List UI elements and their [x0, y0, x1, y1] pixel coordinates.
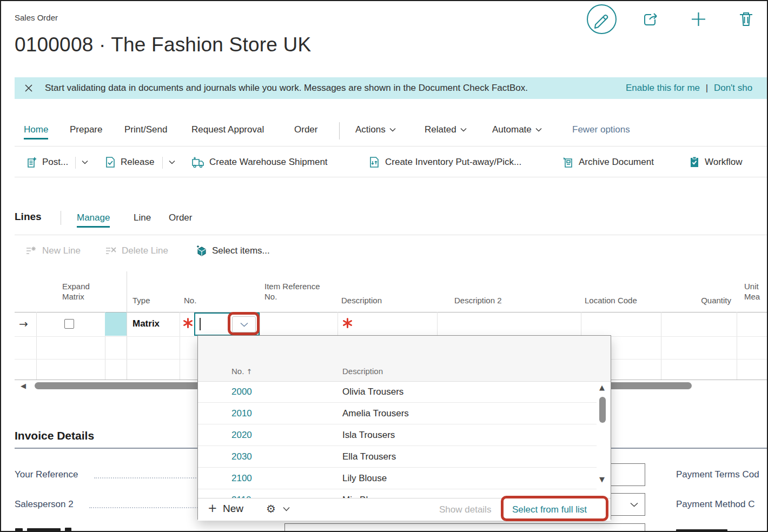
chevron-down-icon	[460, 128, 467, 132]
column-header-quantity[interactable]: Quantity	[672, 295, 731, 305]
clipped-label-fragment	[15, 528, 23, 532]
required-asterisk-icon	[183, 318, 193, 328]
fewer-options-button[interactable]: Fewer options	[572, 124, 630, 135]
column-header-no[interactable]: No.	[184, 295, 196, 305]
plus-icon: +	[208, 502, 217, 515]
inventory-pick-icon	[369, 156, 380, 168]
column-header-unit-of-measure[interactable]: Unit Mea	[744, 281, 767, 302]
gear-icon[interactable]: ⚙	[266, 502, 276, 515]
required-asterisk-icon	[342, 318, 353, 328]
notification-link-divider: |	[706, 83, 708, 93]
notification-enable-link[interactable]: Enable this for me	[626, 83, 700, 93]
archive-icon	[562, 156, 574, 168]
column-header-description-2[interactable]: Description 2	[454, 295, 502, 305]
column-header-expand-matrix[interactable]: Expand Matrix	[62, 281, 101, 302]
lookup-column-no[interactable]: No. ↑	[231, 367, 252, 376]
release-split-chevron[interactable]	[169, 160, 175, 164]
tab-divider	[339, 122, 340, 139]
tab-request-approval[interactable]: Request Approval	[191, 124, 264, 135]
sales-order-page: Sales Order 0100008 · The Fashion Store …	[0, 0, 768, 532]
lines-tab-order[interactable]: Order	[169, 212, 192, 223]
menu-automate[interactable]: Automate	[492, 124, 542, 135]
notification-close-icon[interactable]	[24, 84, 33, 92]
chevron-down-icon	[630, 502, 638, 507]
grid-line	[180, 312, 180, 380]
divider	[15, 177, 767, 177]
post-split-chevron[interactable]	[82, 160, 88, 164]
field-label-payment-method-code: Payment Method C	[676, 499, 755, 510]
lines-tab-line[interactable]: Line	[134, 212, 151, 223]
scroll-left-icon[interactable]: ◀	[21, 382, 26, 390]
tab-home[interactable]: Home	[24, 124, 48, 139]
tab-prepare[interactable]: Prepare	[70, 124, 102, 135]
grid-line	[737, 312, 737, 380]
page-title: 0100008 · The Fashion Store UK	[15, 34, 311, 56]
divider	[15, 235, 767, 235]
text-cursor	[200, 318, 201, 330]
sort-ascending-icon: ↑	[247, 368, 253, 376]
grid-header-border	[15, 312, 767, 312]
divider	[162, 157, 163, 169]
expand-matrix-checkbox[interactable]	[64, 319, 74, 329]
new-button[interactable]	[690, 11, 707, 28]
field-label-your-reference: Your Reference	[15, 469, 78, 480]
annotation-highlight-select-from-full-list	[501, 496, 608, 521]
lines-tab-manage[interactable]: Manage	[77, 212, 110, 228]
new-line-button[interactable]: New Line	[25, 245, 81, 256]
vertical-scrollbar-thumb[interactable]	[599, 397, 606, 423]
invoice-details-title[interactable]: Invoice Details	[15, 429, 94, 442]
edit-icon	[586, 4, 617, 35]
tab-print-send[interactable]: Print/Send	[124, 124, 167, 135]
menu-actions[interactable]: Actions	[355, 124, 396, 135]
share-icon	[642, 11, 659, 27]
scroll-down-icon[interactable]: ▼	[599, 475, 605, 483]
archive-document-button[interactable]: Archive Document	[562, 156, 654, 168]
add-icon	[690, 11, 707, 28]
post-button[interactable]: Post...	[27, 156, 68, 168]
post-icon	[27, 156, 37, 168]
lines-section-title: Lines	[15, 211, 42, 223]
lookup-row[interactable]: 2030 Ella Trousers	[198, 446, 597, 468]
column-header-location-code[interactable]: Location Code	[585, 295, 637, 305]
lookup-new-button[interactable]: New	[223, 503, 243, 515]
lookup-row[interactable]: 2010 Amelia Trousers	[198, 403, 597, 424]
show-details-button[interactable]: Show details	[439, 504, 491, 515]
column-header-type[interactable]: Type	[133, 295, 150, 305]
create-warehouse-shipment-button[interactable]: Create Warehouse Shipment	[191, 156, 328, 168]
share-button[interactable]	[642, 11, 659, 27]
field-label-payment-terms-code: Payment Terms Cod	[676, 469, 759, 480]
item-lookup-dropdown: No. ↑ Description 2000 Olivia Trousers 2…	[197, 335, 611, 520]
lookup-row[interactable]: 2020 Isla Trousers	[198, 424, 597, 446]
notification-message: Start validating data in documents and j…	[45, 83, 528, 94]
workflow-button[interactable]: Workflow	[689, 156, 743, 168]
column-header-item-reference-no[interactable]: Item Reference No.	[264, 281, 327, 302]
row-type-cell[interactable]: Matrix	[133, 318, 160, 329]
delete-line-button[interactable]: Delete Line	[105, 245, 168, 256]
release-button[interactable]: Release	[105, 156, 154, 168]
divider	[15, 146, 767, 147]
tab-order[interactable]: Order	[294, 124, 317, 135]
edit-button[interactable]	[586, 4, 617, 35]
chevron-down-icon	[283, 507, 290, 511]
menu-related[interactable]: Related	[425, 124, 467, 135]
column-header-description[interactable]: Description	[341, 295, 382, 305]
lookup-header-band	[198, 336, 611, 381]
annotation-highlight-dropdown-button	[228, 312, 260, 335]
lookup-row[interactable]: 2100 Lily Blouse	[198, 468, 597, 489]
page-context: Sales Order	[15, 13, 58, 22]
notification-dismiss-link[interactable]: Don't sho	[714, 83, 752, 93]
grid-freeze-divider	[127, 271, 127, 380]
create-inventory-putaway-pick-button[interactable]: Create Inventory Put-away/Pick...	[369, 156, 521, 168]
delete-button[interactable]	[738, 11, 754, 28]
chevron-down-icon	[389, 128, 396, 132]
highlight-cell	[105, 312, 127, 336]
delete-line-icon	[105, 245, 117, 256]
lookup-row[interactable]: 2000 Olivia Trousers	[198, 381, 597, 403]
lookup-column-description[interactable]: Description	[342, 367, 383, 376]
scroll-up-icon[interactable]: ▲	[599, 383, 605, 391]
clipped-bottom-input[interactable]	[284, 523, 645, 532]
new-line-icon	[25, 245, 37, 256]
release-icon	[105, 156, 116, 168]
select-items-button[interactable]: Select items...	[196, 245, 270, 256]
delete-icon	[738, 11, 754, 28]
